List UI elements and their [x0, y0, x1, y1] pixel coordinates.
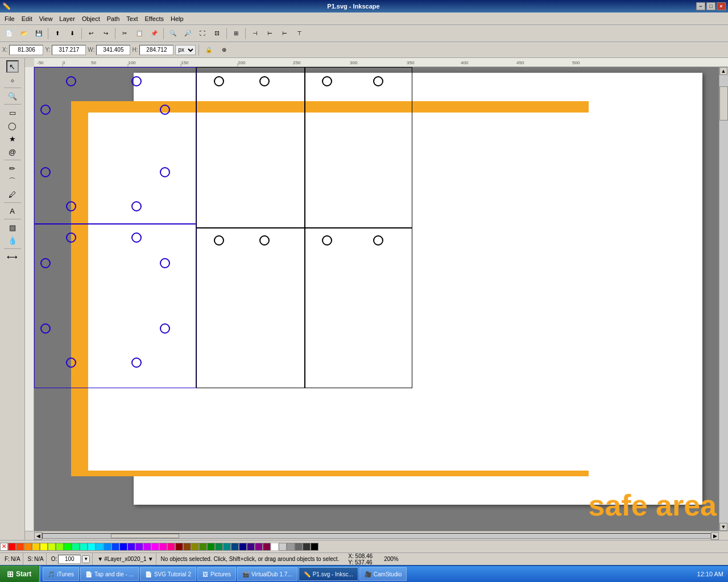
color-dark-gray[interactable] [295, 543, 303, 551]
color-blue[interactable] [119, 543, 127, 551]
ellipse-tool[interactable]: ◯ [6, 119, 19, 132]
distribute-button[interactable]: ⊤ [292, 27, 306, 40]
minimize-button[interactable]: − [696, 2, 705, 10]
color-azure[interactable] [104, 543, 111, 551]
zoom-tool[interactable]: 🔍 [6, 90, 19, 102]
color-forest[interactable] [215, 543, 223, 551]
opacity-down[interactable]: ▼ [82, 555, 90, 563]
layer-selector-arrow2[interactable]: ▼ [148, 556, 154, 562]
bezier-tool[interactable]: ⌒ [6, 175, 19, 188]
color-orange-red[interactable] [16, 543, 24, 551]
maximize-button[interactable]: □ [706, 2, 715, 10]
cut-button[interactable]: ✂ [118, 27, 131, 40]
color-dark-violet[interactable] [247, 543, 255, 551]
color-olive[interactable] [191, 543, 199, 551]
color-hot-pink[interactable] [159, 543, 167, 551]
w-coord-input[interactable] [96, 45, 130, 55]
lock-ratio-button[interactable]: 🔒 [202, 44, 216, 56]
undo-button[interactable]: ↩ [84, 27, 98, 40]
color-lime[interactable] [56, 543, 64, 551]
color-dark-lime[interactable] [199, 543, 207, 551]
zoom-in-button[interactable]: 🔍 [166, 27, 180, 40]
align-center-button[interactable]: ⊢ [263, 27, 276, 40]
select-tool[interactable]: ↖ [6, 60, 19, 73]
menu-effects[interactable]: Effects [142, 14, 167, 23]
hscroll-thumb[interactable] [111, 534, 179, 538]
color-dark-blue[interactable] [239, 543, 247, 551]
color-darker-gray[interactable] [303, 543, 311, 551]
text-tool[interactable]: A [6, 205, 19, 217]
color-purple[interactable] [143, 543, 151, 551]
zoom-fit-button[interactable]: ⛶ [196, 27, 209, 40]
color-indigo[interactable] [127, 543, 135, 551]
pencil-tool[interactable]: ✏ [6, 162, 19, 174]
rect-tool[interactable]: ▭ [6, 106, 19, 119]
import-button[interactable]: ⬆ [51, 27, 64, 40]
color-cyan[interactable] [88, 543, 96, 551]
color-yellow-green[interactable] [48, 543, 56, 551]
color-violet[interactable] [135, 543, 143, 551]
opacity-input[interactable] [58, 555, 81, 564]
color-mid-gray[interactable] [287, 543, 295, 551]
color-rose[interactable] [167, 543, 175, 551]
spiral-tool[interactable]: @ [6, 146, 19, 158]
color-blue-bright[interactable] [111, 543, 119, 551]
h-coord-input[interactable] [139, 45, 173, 55]
color-green[interactable] [64, 543, 72, 551]
vscroll-thumb[interactable] [719, 86, 728, 120]
color-dark-rose[interactable] [263, 543, 271, 551]
align-right-button[interactable]: ⊢ [278, 27, 291, 40]
color-magenta[interactable] [151, 543, 159, 551]
export-button[interactable]: ⬇ [65, 27, 79, 40]
dropper-tool[interactable]: 💧 [6, 234, 19, 247]
taskbar-inkscape[interactable]: ✏️ P1.svg - Inksc... [299, 567, 358, 581]
layer-selector-arrow[interactable]: ▼ [97, 556, 103, 562]
color-sky[interactable] [96, 543, 104, 551]
color-dark-purple[interactable] [255, 543, 263, 551]
menu-edit[interactable]: Edit [18, 14, 36, 23]
color-orange[interactable] [24, 543, 32, 551]
hscroll-track[interactable] [42, 533, 711, 539]
color-dark-red[interactable] [175, 543, 183, 551]
color-dark-green[interactable] [207, 543, 215, 551]
vscroll-down[interactable]: ▼ [719, 523, 727, 531]
copy-button[interactable]: 📋 [133, 27, 146, 40]
taskbar-itunes[interactable]: 🎵 iTunes [43, 567, 79, 581]
menu-help[interactable]: Help [167, 14, 187, 23]
hscroll-left[interactable]: ◀ [34, 532, 42, 540]
vscroll-up[interactable]: ▲ [719, 67, 727, 75]
close-button[interactable]: × [717, 2, 726, 10]
gradient-tool[interactable]: ▨ [6, 221, 19, 234]
y-coord-input[interactable] [52, 45, 86, 55]
taskbar-camstudio[interactable]: 🎥 CamStudio [359, 567, 407, 581]
taskbar-pictures[interactable]: 🖼 Pictures [197, 567, 236, 581]
menu-view[interactable]: View [36, 14, 56, 23]
vscroll-track[interactable] [719, 75, 728, 523]
vscroll[interactable]: ▲ ▼ [719, 67, 728, 531]
color-yellow[interactable] [40, 543, 48, 551]
menu-file[interactable]: File [1, 14, 18, 23]
open-button[interactable]: 📂 [17, 27, 31, 40]
snap-button[interactable]: ⊞ [229, 27, 243, 40]
taskbar-svg-tutorial[interactable]: 📄 SVG Tutorial 2 [140, 567, 196, 581]
color-white[interactable] [271, 543, 279, 551]
menu-path[interactable]: Path [104, 14, 123, 23]
menu-layer[interactable]: Layer [56, 14, 78, 23]
zoom-sel-button[interactable]: ⛝ [210, 27, 224, 40]
redo-button[interactable]: ↪ [99, 27, 113, 40]
canvas-scroll[interactable]: safe area ▲ ▼ [34, 67, 728, 531]
taskbar-tap-die[interactable]: 📄 Tap and die - ... [80, 567, 139, 581]
menu-object[interactable]: Object [78, 14, 104, 23]
color-navy[interactable] [231, 543, 239, 551]
new-button[interactable]: 📄 [2, 27, 16, 40]
align-left-button[interactable]: ⊣ [248, 27, 262, 40]
color-teal-green[interactable] [80, 543, 88, 551]
color-black[interactable] [311, 543, 318, 551]
color-teal[interactable] [223, 543, 231, 551]
save-button[interactable]: 💾 [32, 27, 46, 40]
connector-tool[interactable]: ⟷ [6, 251, 19, 263]
node-tool[interactable]: ⬦ [6, 73, 19, 86]
unit-select[interactable]: px mm cm in [175, 45, 196, 55]
star-tool[interactable]: ★ [6, 132, 19, 145]
color-spring[interactable] [72, 543, 80, 551]
